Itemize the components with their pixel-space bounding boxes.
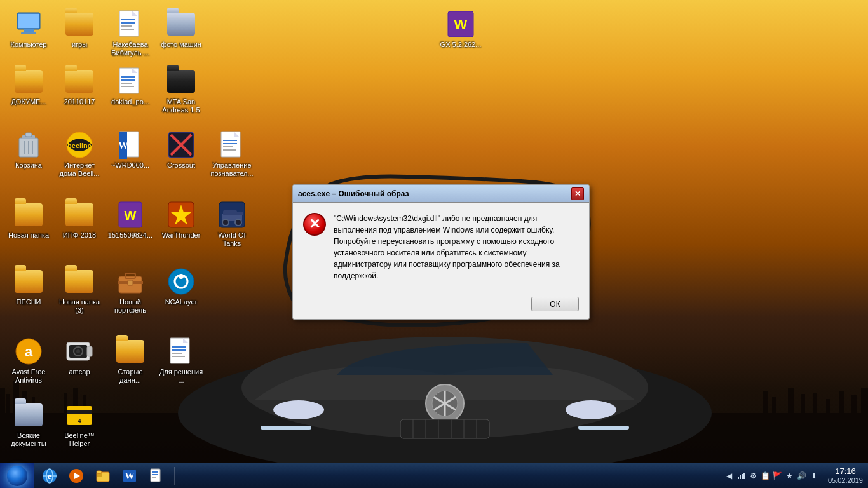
svg-rect-96 — [172, 346, 186, 348]
taskbar-media-icon[interactable] — [64, 464, 89, 487]
desktop-icon-avast[interactable]: aAvast Free Antivirus — [3, 334, 54, 387]
icon-label-wrd: ~WRD000... — [111, 161, 149, 170]
icon-label-amcap: amcap — [69, 368, 90, 376]
desktop-icon-staryedan[interactable]: Старые данн... — [105, 334, 156, 387]
desktop-icon-novaya3[interactable]: Новая папка (3) — [54, 264, 105, 317]
error-dialog: aces.exe – Ошибочный образ ✕ ✕ "C:\Windo… — [292, 184, 590, 320]
taskbar-word-icon[interactable]: W — [117, 464, 142, 487]
tray-flag-icon[interactable]: 🚩 — [773, 471, 783, 481]
desktop-icon-novaya-papka[interactable]: Новая папка — [3, 197, 54, 242]
desktop-icon-doklad[interactable]: doklad_po... — [105, 64, 156, 109]
icon-label-igry: игры — [72, 41, 87, 49]
icon-label-warthunder: WarThunder — [162, 231, 201, 240]
dialog-close-button[interactable]: ✕ — [571, 187, 584, 200]
desktop-icon-dokume[interactable]: ДОКУМЕ... — [3, 64, 54, 109]
icon-image-doklad — [115, 66, 146, 97]
icon-image-computer — [13, 9, 44, 39]
icon-label-dlya: Для решения ... — [158, 368, 204, 384]
icon-image-warthunder — [166, 200, 196, 230]
desktop-icon-1515[interactable]: W1515509824... — [105, 197, 156, 242]
tray-steam-icon[interactable]: ⚙ — [749, 471, 759, 481]
dialog-footer: ОК — [293, 292, 589, 319]
icon-label-mta: MTA San Andreas 1.5 — [158, 98, 204, 114]
desktop-icon-igry[interactable]: игры — [54, 6, 105, 51]
svg-text:a: a — [25, 344, 33, 360]
icon-label-crossout: Crossout — [167, 161, 195, 170]
icon-label-vsdoc: Всякие документы — [6, 431, 51, 448]
desktop-icon-amcap[interactable]: amcap — [54, 334, 105, 379]
icon-image-nakibaeva — [115, 9, 146, 39]
svg-rect-43 — [121, 25, 132, 27]
tray-copy-icon[interactable]: 📋 — [761, 471, 771, 481]
svg-rect-51 — [121, 86, 134, 87]
icon-label-avast: Avast Free Antivirus — [6, 368, 51, 384]
svg-rect-38 — [24, 29, 34, 32]
desktop-icon-worldoftanks[interactable]: World Of Tanks — [207, 197, 257, 250]
icon-label-beeline4: Beeline™ Helper — [57, 431, 102, 448]
desktop-icon-ipf[interactable]: ИПФ-2018 — [54, 197, 105, 242]
tray-extra-icon[interactable]: ★ — [785, 471, 795, 481]
icon-image-novaya3 — [64, 266, 95, 297]
desktop-icon-warthunder[interactable]: WarThunder — [156, 197, 207, 242]
svg-text:e: e — [48, 471, 51, 481]
icon-image-portfel — [115, 266, 146, 297]
svg-rect-37 — [18, 14, 39, 28]
taskbar-explorer-icon[interactable] — [90, 464, 116, 487]
svg-rect-49 — [121, 79, 135, 81]
tray-expand-icon[interactable]: ◀ — [724, 471, 735, 481]
icon-image-igry — [64, 9, 95, 39]
icon-image-beeline4: 4 — [64, 400, 95, 430]
svg-text:W: W — [125, 471, 135, 481]
svg-rect-111 — [97, 471, 102, 473]
desktop-icon-2011[interactable]: 20110117 — [54, 64, 105, 109]
desktop-icon-dlya[interactable]: Для решения ... — [156, 334, 207, 387]
svg-rect-120 — [742, 474, 743, 479]
svg-rect-44 — [121, 29, 134, 30]
icon-label-staryedan: Старые данн... — [107, 368, 153, 384]
desktop-icon-pesni[interactable]: ПЕСНИ — [3, 264, 54, 309]
svg-rect-117 — [152, 477, 156, 478]
desktop-icon-beeline4[interactable]: 4Beeline™ Helper — [54, 397, 105, 451]
tray-network-icon[interactable] — [736, 471, 747, 481]
taskbar-separator — [174, 467, 175, 485]
desktop-icon-wrd[interactable]: W~WRD000... — [105, 127, 156, 172]
svg-rect-48 — [121, 76, 135, 78]
tray-download-icon[interactable]: ⬇ — [809, 471, 819, 481]
desktop-icon-gx[interactable]: WGX 5.2.262... — [435, 6, 486, 51]
desktop-icon-photo[interactable]: фото машин — [156, 6, 207, 51]
icon-label-photo: фото машин — [161, 41, 201, 49]
desktop-icon-vsdoc[interactable]: Всякие документы — [3, 397, 54, 451]
clock[interactable]: 17:16 05.02.2019 — [823, 463, 868, 489]
start-button[interactable] — [0, 463, 34, 489]
icon-label-novaya-papka: Новая папка — [8, 231, 49, 240]
icon-label-doklad: doklad_po... — [111, 98, 149, 106]
desktop-icon-nakibaeva[interactable]: Накебаева Бибигуль ... — [105, 6, 156, 60]
dialog-titlebar: aces.exe – Ошибочный образ ✕ — [293, 185, 589, 203]
icon-image-wrd: W — [115, 130, 146, 160]
svg-point-80 — [235, 219, 241, 226]
tray-volume-icon[interactable]: 🔊 — [797, 471, 807, 481]
dialog-body: ✕ "C:\Windows\system32\dxgi.dll" либо не… — [293, 203, 589, 292]
icon-image-gx: W — [445, 9, 476, 39]
ok-button[interactable]: ОК — [531, 297, 579, 311]
icon-label-2011: 20110117 — [64, 98, 95, 106]
svg-rect-115 — [152, 471, 158, 473]
desktop-icon-beeline-inet[interactable]: beelineИнтернет дома Beeli... — [54, 127, 105, 180]
taskbar-ie-icon[interactable]: e — [37, 464, 62, 487]
icon-label-ncalayer: NCALayer — [165, 298, 198, 306]
desktop-icon-portfel[interactable]: Новый портфель — [105, 264, 156, 317]
desktop-icon-crossout[interactable]: Crossout — [156, 127, 207, 172]
desktop-icon-computer[interactable]: Компьютер — [3, 6, 54, 51]
icon-image-dokume — [13, 66, 44, 97]
taskbar-doc-icon[interactable] — [144, 464, 169, 487]
svg-rect-54 — [25, 133, 32, 137]
clock-time: 17:16 — [835, 466, 856, 477]
desktop-icon-korzina[interactable]: Корзина — [3, 127, 54, 172]
taskbar-quick-launch: e W — [34, 463, 172, 489]
desktop-icon-upravlenie[interactable]: Управление познавател... — [207, 127, 257, 180]
desktop-icon-ncalayer[interactable]: NCALayer — [156, 264, 207, 309]
desktop-icon-mta[interactable]: MTA San Andreas 1.5 — [156, 64, 207, 117]
icon-image-worldoftanks — [217, 200, 247, 230]
svg-rect-50 — [121, 83, 132, 84]
taskbar-right-area: ◀ ⚙ 📋 🚩 ★ 🔊 ⬇ 17:16 — [721, 463, 868, 489]
